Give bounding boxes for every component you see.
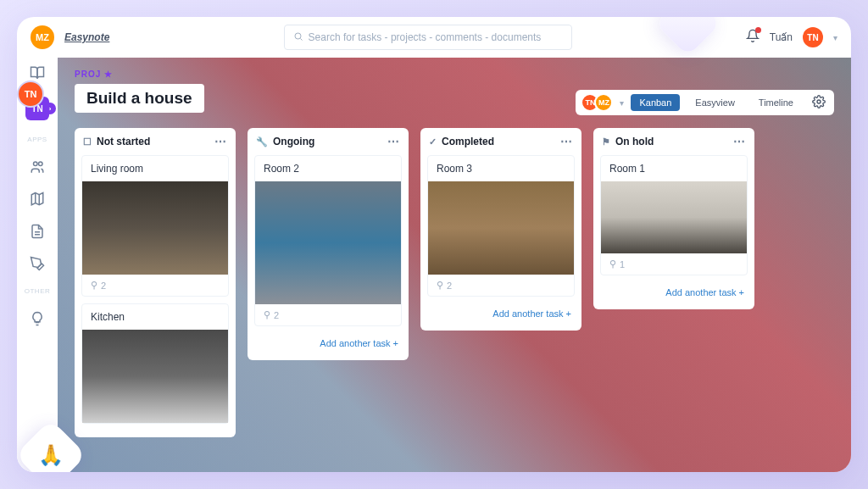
project-title[interactable]: Build a house	[75, 84, 204, 113]
sidebar-section-apps: APPS	[27, 136, 47, 143]
sidebar-section-other: OTHER	[25, 287, 51, 295]
notification-dot-icon	[755, 27, 761, 33]
column-menu-icon[interactable]: ⋯	[733, 135, 746, 148]
column-menu-icon[interactable]: ⋯	[387, 135, 400, 148]
column-header[interactable]: ⚑ On hold ⋯	[593, 128, 754, 155]
view-easyview-button[interactable]: Easyview	[687, 94, 743, 111]
column-header[interactable]: 🔧 Ongoing ⋯	[248, 128, 409, 155]
paperclip-icon: ⚲	[609, 258, 616, 270]
search-wrap: Search for tasks - projects - comments -…	[120, 25, 735, 50]
column-on-hold: ⚑ On hold ⋯ Room 1 ⚲ 1	[593, 128, 754, 437]
column-ongoing: 🔧 Ongoing ⋯ Room 2 ⚲ 2	[248, 128, 409, 437]
svg-point-1	[34, 162, 38, 166]
user-avatar-tn[interactable]: TN	[803, 27, 823, 47]
column-body: Room 2 ⚲ 2 Add another task +	[248, 155, 409, 360]
map-icon[interactable]	[29, 191, 46, 208]
column-header[interactable]: ✓ Completed ⋯	[420, 128, 581, 155]
column-body: Room 3 ⚲ 2 Add another task +	[420, 155, 581, 331]
card-attachments: ⚲ 2	[255, 304, 401, 325]
document-icon[interactable]	[29, 223, 46, 240]
kanban-board: ☐ Not started ⋯ Living room ⚲ 2	[58, 121, 851, 454]
app-frame: MZ Easynote Search for tasks - projects …	[17, 17, 851, 472]
column-body: Room 1 ⚲ 1 Add another task +	[593, 155, 754, 309]
column-not-started: ☐ Not started ⋯ Living room ⚲ 2	[75, 128, 236, 437]
member-avatar-mz[interactable]: MZ	[594, 93, 613, 112]
card-title: Living room	[82, 156, 228, 181]
add-task-button[interactable]: Add another task +	[420, 303, 581, 324]
card-image	[428, 181, 574, 275]
card-image	[601, 181, 747, 253]
card-title: Room 1	[601, 156, 747, 181]
floating-avatar[interactable]: TN	[17, 81, 44, 108]
paperclip-icon: ⚲	[91, 280, 97, 291]
settings-button[interactable]	[809, 95, 829, 111]
card-image	[82, 330, 228, 423]
people-icon[interactable]	[29, 158, 46, 175]
project-controls: TN MZ ▾ Kanban Easyview Timeline	[576, 90, 834, 115]
lightbulb-icon[interactable]	[29, 310, 46, 327]
chevron-down-icon[interactable]: ▾	[833, 33, 837, 42]
card-room1[interactable]: Room 1 ⚲ 1	[600, 155, 748, 275]
chevron-right-icon: ›	[44, 103, 56, 114]
view-kanban-button[interactable]: Kanban	[631, 94, 680, 111]
user-name-label: Tuấn	[770, 31, 793, 43]
card-living-room[interactable]: Living room ⚲ 2	[81, 155, 229, 297]
paperclip-icon: ⚲	[437, 280, 443, 291]
main-row: TN › APPS OTHER PROJ ★ B	[17, 58, 851, 472]
card-attachments: ⚲ 1	[601, 253, 747, 275]
card-room2[interactable]: Room 2 ⚲ 2	[254, 155, 402, 326]
hands-icon: 🙏	[38, 443, 64, 467]
card-image	[255, 181, 401, 304]
svg-point-3	[817, 100, 821, 103]
card-attachments: ⚲ 2	[82, 275, 228, 296]
column-title: On hold	[615, 136, 654, 147]
flag-icon: ⚑	[602, 136, 610, 147]
add-task-button[interactable]: Add another task +	[248, 333, 409, 353]
card-title: Kitchen	[82, 304, 228, 330]
card-title: Room 3	[428, 156, 574, 181]
card-title: Room 2	[255, 156, 401, 181]
wrench-icon: 🔧	[256, 136, 268, 147]
notification-button[interactable]	[746, 29, 760, 46]
card-attachments: ⚲ 2	[428, 275, 574, 296]
card-room3[interactable]: Room 3 ⚲ 2	[427, 155, 575, 297]
column-body: Living room ⚲ 2 Kitchen	[75, 155, 236, 437]
pen-icon[interactable]	[29, 255, 46, 272]
book-icon[interactable]	[29, 64, 46, 81]
user-avatar-mz[interactable]: MZ	[31, 25, 54, 49]
project-tag: PROJ ★	[75, 69, 834, 79]
column-menu-icon[interactable]: ⋯	[560, 135, 573, 148]
add-task-button[interactable]: Add another task +	[593, 282, 754, 303]
check-icon: ✓	[429, 136, 437, 147]
column-header[interactable]: ☐ Not started ⋯	[75, 128, 236, 155]
paperclip-icon: ⚲	[264, 309, 270, 320]
svg-point-0	[295, 33, 301, 39]
search-icon	[293, 31, 303, 44]
column-title: Ongoing	[273, 136, 314, 147]
column-completed: ✓ Completed ⋯ Room 3 ⚲ 2	[420, 128, 581, 437]
column-title: Completed	[442, 136, 494, 147]
svg-point-2	[39, 162, 43, 166]
square-icon: ☐	[83, 136, 92, 147]
app-logo[interactable]: Easynote	[64, 31, 109, 43]
search-placeholder: Search for tasks - projects - comments -…	[309, 31, 542, 43]
topbar: MZ Easynote Search for tasks - projects …	[17, 17, 851, 58]
content-area: PROJ ★ Build a house TN MZ ▾ Kanban Easy…	[58, 58, 851, 472]
card-image	[82, 181, 228, 275]
members-chevron-icon[interactable]: ▾	[620, 98, 624, 108]
view-timeline-button[interactable]: Timeline	[750, 94, 802, 111]
search-input[interactable]: Search for tasks - projects - comments -…	[284, 25, 572, 50]
column-title: Not started	[97, 136, 150, 147]
sidebar: TN › APPS OTHER	[17, 58, 58, 472]
column-menu-icon[interactable]: ⋯	[214, 135, 227, 148]
card-kitchen[interactable]: Kitchen	[81, 303, 229, 424]
